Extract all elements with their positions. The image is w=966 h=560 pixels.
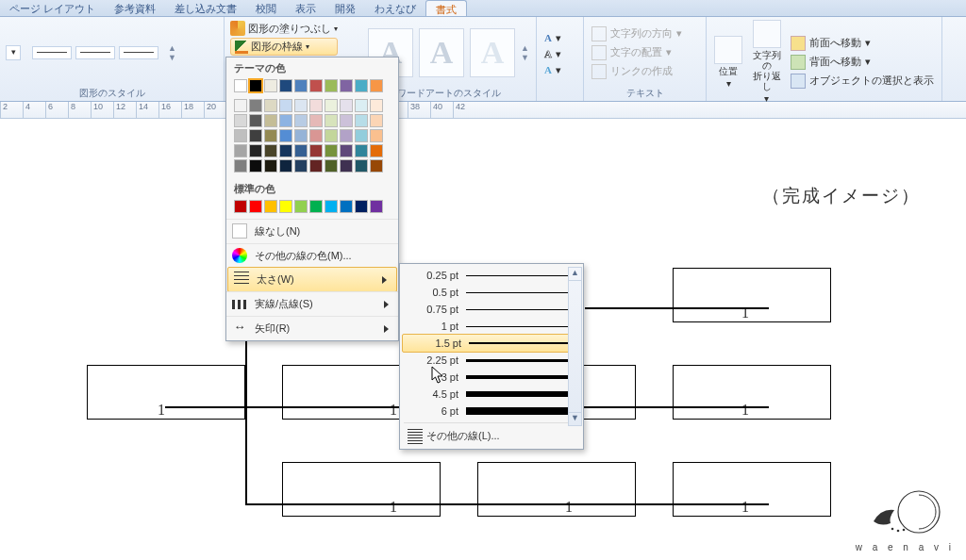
color-swatch[interactable] (355, 200, 368, 213)
color-swatch[interactable] (370, 114, 383, 127)
color-swatch[interactable] (370, 144, 383, 157)
color-swatch[interactable] (325, 144, 338, 157)
shape-style-preset-1[interactable] (32, 46, 72, 59)
color-swatch[interactable] (340, 200, 353, 213)
color-swatch[interactable] (309, 79, 323, 92)
weight-025pt[interactable]: 0.25 pt (400, 267, 583, 284)
table-cell[interactable] (673, 268, 831, 322)
shape-outline-button[interactable]: 図形の枠線 ▾ (230, 38, 338, 56)
color-swatch[interactable] (325, 114, 338, 127)
wrap-text-button[interactable]: 文字列の 折り返し▾ (751, 20, 784, 104)
send-backward-button[interactable]: 背面へ移動 ▾ (789, 54, 936, 71)
position-button[interactable]: 位置▾ (712, 36, 745, 89)
color-swatch[interactable] (264, 200, 277, 213)
tab-format[interactable]: 書式 (425, 0, 467, 16)
more-lines-item[interactable]: その他の線(L)... (400, 426, 583, 446)
color-swatch[interactable] (249, 200, 262, 213)
color-swatch[interactable] (340, 114, 353, 127)
table-cell[interactable] (673, 365, 831, 420)
color-swatch[interactable] (264, 114, 277, 127)
color-swatch[interactable] (355, 99, 368, 112)
color-swatch[interactable] (370, 200, 383, 213)
color-swatch[interactable] (249, 129, 262, 142)
text-fill-icon[interactable]: A▾ (542, 31, 563, 45)
weight-item[interactable]: 太さ(W) (227, 267, 397, 292)
color-swatch[interactable] (264, 99, 277, 112)
color-swatch[interactable] (234, 114, 247, 127)
color-swatch[interactable] (279, 200, 292, 213)
color-swatch[interactable] (309, 159, 323, 173)
color-swatch[interactable] (294, 114, 308, 127)
color-swatch[interactable] (340, 99, 353, 112)
color-swatch[interactable] (279, 99, 292, 112)
shape-style-preset-2[interactable] (75, 46, 115, 59)
weight-15pt[interactable]: 1.5 pt (402, 334, 581, 353)
color-swatch[interactable] (249, 114, 262, 127)
color-swatch[interactable] (325, 200, 338, 213)
weight-1pt[interactable]: 1 pt (400, 318, 583, 335)
weight-3pt[interactable]: 3 pt (400, 369, 583, 386)
color-swatch[interactable] (340, 79, 353, 92)
more-outline-colors-item[interactable]: その他の線の色(M)... (226, 243, 398, 268)
wordart-style-3[interactable]: A (470, 28, 515, 77)
tab-view[interactable]: 表示 (286, 0, 325, 16)
arrows-item[interactable]: ↔ 矢印(R) (226, 316, 398, 340)
wordart-more-icon[interactable]: ▲▼ (521, 43, 529, 62)
weight-225pt[interactable]: 2.25 pt (400, 352, 583, 369)
color-swatch[interactable] (234, 99, 247, 112)
tab-review[interactable]: 校閲 (246, 0, 286, 16)
tab-mailings[interactable]: 差し込み文書 (165, 0, 246, 16)
color-swatch[interactable] (249, 79, 262, 92)
color-swatch[interactable] (249, 159, 262, 173)
color-swatch[interactable] (249, 144, 262, 157)
color-swatch[interactable] (309, 99, 323, 112)
color-swatch[interactable] (294, 129, 308, 142)
color-swatch[interactable] (234, 79, 247, 92)
color-swatch[interactable] (279, 129, 292, 142)
wordart-style-2[interactable]: A (419, 28, 464, 77)
table-cell[interactable] (282, 462, 441, 517)
color-swatch[interactable] (309, 200, 323, 213)
color-swatch[interactable] (325, 99, 338, 112)
color-swatch[interactable] (234, 129, 247, 142)
horizontal-ruler[interactable]: 24681012141618202224262830323436384042 (0, 102, 966, 119)
shape-fill-button[interactable]: 図形の塗りつぶし ▾ (230, 21, 338, 36)
color-swatch[interactable] (264, 159, 277, 173)
tab-page-layout[interactable]: ページ レイアウト (0, 0, 105, 16)
weight-6pt[interactable]: 6 pt (400, 403, 583, 420)
color-swatch[interactable] (294, 79, 308, 92)
color-swatch[interactable] (279, 144, 292, 157)
table-cell[interactable] (673, 462, 831, 517)
color-swatch[interactable] (370, 159, 383, 173)
color-swatch[interactable] (279, 159, 292, 173)
color-swatch[interactable] (279, 79, 292, 92)
weight-45pt[interactable]: 4.5 pt (400, 386, 583, 403)
color-swatch[interactable] (234, 144, 247, 157)
color-swatch[interactable] (309, 114, 323, 127)
color-swatch[interactable] (340, 159, 353, 173)
scroll-down-icon[interactable]: ▼ (569, 412, 581, 425)
color-swatch[interactable] (294, 99, 308, 112)
color-swatch[interactable] (294, 159, 308, 173)
color-swatch[interactable] (370, 99, 383, 112)
table-cell[interactable] (477, 462, 636, 517)
bring-forward-button[interactable]: 前面へ移動 ▾ (789, 35, 936, 52)
dashes-item[interactable]: 実線/点線(S) (226, 291, 398, 316)
shape-style-preset-3[interactable] (119, 46, 158, 59)
gallery-more-icon[interactable]: ▲▼ (168, 43, 176, 62)
color-swatch[interactable] (355, 114, 368, 127)
color-swatch[interactable] (264, 79, 277, 92)
tab-developer[interactable]: 開発 (325, 0, 365, 16)
color-swatch[interactable] (370, 129, 383, 142)
color-swatch[interactable] (234, 159, 247, 173)
color-swatch[interactable] (309, 144, 323, 157)
text-outline-icon[interactable]: A▾ (542, 47, 563, 61)
no-outline-item[interactable]: 線なし(N) (226, 219, 398, 243)
color-swatch[interactable] (355, 159, 368, 173)
color-swatch[interactable] (325, 159, 338, 173)
connector-line[interactable] (245, 503, 769, 505)
color-swatch[interactable] (325, 79, 338, 92)
weight-05pt[interactable]: 0.5 pt (400, 284, 583, 301)
color-swatch[interactable] (309, 129, 323, 142)
color-swatch[interactable] (294, 144, 308, 157)
